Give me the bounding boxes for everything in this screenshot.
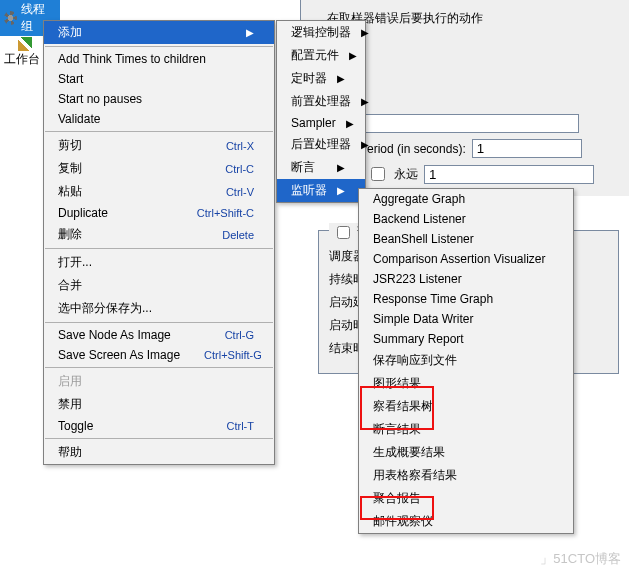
menu-item-label: Toggle [58, 419, 93, 433]
listener-resptime[interactable]: Response Time Graph [359, 289, 573, 309]
ctx-think[interactable]: Add Think Times to children [44, 49, 274, 69]
menu-separator [45, 131, 273, 132]
ctx-dup[interactable]: DuplicateCtrl+Shift-C [44, 203, 274, 223]
listener-mail[interactable]: 邮件观察仪 [359, 510, 573, 533]
listener-summary[interactable]: Summary Report [359, 329, 573, 349]
chevron-right-icon: ▶ [346, 118, 354, 129]
ctx-del[interactable]: 删除Delete [44, 223, 274, 246]
menu-item-label: Simple Data Writer [373, 312, 473, 326]
menu-item-label: 选中部分保存为... [58, 300, 152, 317]
menu-item-label: Duplicate [58, 206, 108, 220]
ctx-add[interactable]: 添加▶ [44, 21, 274, 44]
add-listener[interactable]: 监听器▶ [277, 179, 365, 202]
menu-item-label: 复制 [58, 160, 82, 177]
add-timer[interactable]: 定时器▶ [277, 67, 365, 90]
listener-assertres[interactable]: 断言结果 [359, 418, 573, 441]
chevron-right-icon: ▶ [349, 50, 357, 61]
ctx-saveas[interactable]: 选中部分保存为... [44, 297, 274, 320]
ctx-disable[interactable]: 禁用 [44, 393, 274, 416]
menu-item-label: Add Think Times to children [58, 52, 206, 66]
menu-shortcut: Ctrl-C [225, 163, 254, 175]
menu-item-label: 配置元件 [291, 47, 339, 64]
menu-item-label: 逻辑控制器 [291, 24, 351, 41]
forever-checkbox[interactable] [371, 167, 385, 181]
listener-graph[interactable]: 图形结果 [359, 372, 573, 395]
row-threads: 性 [349, 91, 621, 108]
chevron-right-icon: ▶ [337, 185, 345, 196]
listener-agg[interactable]: Aggregate Graph [359, 189, 573, 209]
menu-separator [45, 322, 273, 323]
menu-item-label: JSR223 Listener [373, 272, 462, 286]
menu-separator [45, 367, 273, 368]
ramp-input[interactable] [472, 139, 582, 158]
menu-item-label: Start [58, 72, 83, 86]
ctx-savescreen[interactable]: Save Screen As ImageCtrl+Shift-G [44, 345, 274, 365]
loop-count-input[interactable] [424, 165, 594, 184]
add-logic[interactable]: 逻辑控制器▶ [277, 21, 365, 44]
menu-separator [45, 248, 273, 249]
add-assert[interactable]: 断言▶ [277, 156, 365, 179]
menu-shortcut: Ctrl-G [225, 329, 254, 341]
menu-item-label: 生成概要结果 [373, 444, 445, 461]
ctx-startnp[interactable]: Start no pauses [44, 89, 274, 109]
scheduler-checkbox[interactable] [337, 226, 350, 239]
listener-savefile[interactable]: 保存响应到文件 [359, 349, 573, 372]
menu-shortcut: Delete [222, 229, 254, 241]
menu-item-label: Comparison Assertion Visualizer [373, 252, 546, 266]
menu-item-label: 剪切 [58, 137, 82, 154]
listener-tableres[interactable]: 用表格察看结果 [359, 464, 573, 487]
ctx-start[interactable]: Start [44, 69, 274, 89]
listener-compare[interactable]: Comparison Assertion Visualizer [359, 249, 573, 269]
add-config[interactable]: 配置元件▶ [277, 44, 365, 67]
threads-input[interactable] [349, 114, 579, 133]
listener-tree[interactable]: 察看结果树 [359, 395, 573, 418]
chevron-right-icon: ▶ [361, 27, 369, 38]
chevron-right-icon: ▶ [246, 27, 254, 38]
menu-item-label: 打开... [58, 254, 92, 271]
menu-item-label: 帮助 [58, 444, 82, 461]
add-pre[interactable]: 前置处理器▶ [277, 90, 365, 113]
menu-item-label: Start no pauses [58, 92, 142, 106]
menu-shortcut: Ctrl+Shift-G [204, 349, 262, 361]
menu-separator [45, 46, 273, 47]
menu-item-label: Summary Report [373, 332, 464, 346]
menu-item-label: 定时器 [291, 70, 327, 87]
label: 永远 [394, 166, 418, 183]
chevron-right-icon: ▶ [361, 139, 369, 150]
listener-backend[interactable]: Backend Listener [359, 209, 573, 229]
menu-item-label: Validate [58, 112, 100, 126]
listener-simple[interactable]: Simple Data Writer [359, 309, 573, 329]
menu-item-label: 粘贴 [58, 183, 82, 200]
menu-item-label: 监听器 [291, 182, 327, 199]
menu-item-label: 察看结果树 [373, 398, 433, 415]
menu-item-label: Sampler [291, 116, 336, 130]
menu-item-label: 后置处理器 [291, 136, 351, 153]
ctx-help[interactable]: 帮助 [44, 441, 274, 464]
ctx-enable: 启用 [44, 370, 274, 393]
ctx-cut[interactable]: 剪切Ctrl-X [44, 134, 274, 157]
row-ramp: p Period (in seconds): [349, 139, 621, 158]
add-sampler[interactable]: Sampler▶ [277, 113, 365, 133]
add-post[interactable]: 后置处理器▶ [277, 133, 365, 156]
ctx-merge[interactable]: 合并 [44, 274, 274, 297]
ctx-savenode[interactable]: Save Node As ImageCtrl-G [44, 325, 274, 345]
ctx-open[interactable]: 打开... [44, 251, 274, 274]
menu-item-label: 合并 [58, 277, 82, 294]
ctx-copy[interactable]: 复制Ctrl-C [44, 157, 274, 180]
tree-label: 工作台 [4, 51, 40, 68]
ctx-toggle[interactable]: ToggleCtrl-T [44, 416, 274, 436]
menu-item-label: 图形结果 [373, 375, 421, 392]
listener-gensum[interactable]: 生成概要结果 [359, 441, 573, 464]
menu-shortcut: Ctrl-T [227, 420, 255, 432]
ctx-validate[interactable]: Validate [44, 109, 274, 129]
submenu-listener: Aggregate GraphBackend ListenerBeanShell… [358, 188, 574, 534]
watermark: 」51CTO博客 [540, 550, 621, 568]
menu-item-label: 邮件观察仪 [373, 513, 433, 530]
menu-item-label: BeanShell Listener [373, 232, 474, 246]
listener-aggreport[interactable]: 聚合报告 [359, 487, 573, 510]
menu-item-label: 用表格察看结果 [373, 467, 457, 484]
listener-beanshell[interactable]: BeanShell Listener [359, 229, 573, 249]
ctx-paste[interactable]: 粘贴Ctrl-V [44, 180, 274, 203]
listener-jsr[interactable]: JSR223 Listener [359, 269, 573, 289]
menu-item-label: Save Node As Image [58, 328, 171, 342]
